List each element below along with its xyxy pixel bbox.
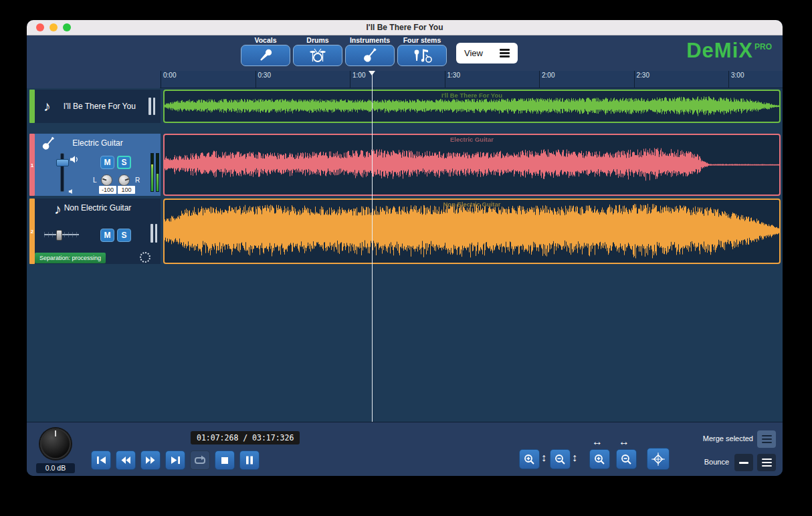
track-header-master[interactable]: ♪ I'll Be There For You xyxy=(35,90,161,123)
ruler-row: 0:000:301:001:302:002:303:00 xyxy=(27,71,783,88)
vocals-label: Vocals xyxy=(241,36,290,45)
four-stems-label: Four stems xyxy=(397,36,447,45)
pan-left-label: L xyxy=(93,176,97,184)
mute-button[interactable]: M xyxy=(100,156,114,169)
maximize-window-button[interactable] xyxy=(63,23,71,31)
view-button[interactable]: View xyxy=(456,43,518,63)
solo-button[interactable]: S xyxy=(117,229,131,242)
merge-menu-button[interactable] xyxy=(757,430,776,448)
menu-icon xyxy=(762,457,772,469)
clip-label: Electric Guitar xyxy=(165,136,779,143)
pan-right-knob[interactable] xyxy=(118,174,130,186)
track-number: 1 xyxy=(29,162,35,168)
skip-to-start-icon xyxy=(96,456,106,465)
skip-to-end-icon xyxy=(171,456,181,465)
zoom-out-icon xyxy=(621,454,632,465)
track-row-non-electric-guitar: 2 ♪ Non Electric Guitar M S Separation: … xyxy=(29,199,781,264)
guitar-icon xyxy=(361,47,379,64)
timeline-tick: 1:30 xyxy=(445,71,460,88)
vertical-zoom-arrow-icon: ↕ xyxy=(572,452,577,464)
mute-button[interactable]: M xyxy=(100,229,114,242)
zoom-in-icon xyxy=(524,454,535,465)
demix-pro-logo: DeMiX PRO xyxy=(686,39,772,62)
close-window-button[interactable] xyxy=(36,23,44,31)
transport-buttons xyxy=(91,450,260,470)
level-meter xyxy=(148,98,155,115)
zoom-in-icon xyxy=(594,454,605,465)
time-display: 01:07:268 / 03:17:326 xyxy=(191,431,300,444)
instruments-separation-button[interactable] xyxy=(345,45,395,66)
waveform-canvas xyxy=(165,200,779,263)
microphone-icon xyxy=(257,47,274,64)
minimize-window-button[interactable] xyxy=(49,23,58,31)
pause-button[interactable] xyxy=(239,450,260,470)
track-name: Non Electric Guitar xyxy=(35,203,161,213)
pan-left-value[interactable]: -100 xyxy=(99,186,116,194)
processing-spinner-icon xyxy=(140,252,150,263)
zoom-out-vertical-button[interactable] xyxy=(550,449,571,469)
minus-icon xyxy=(739,462,748,464)
bounce-menu-button[interactable] xyxy=(757,454,776,471)
music-note-icon: ♪ xyxy=(43,98,51,114)
audio-clip-master[interactable]: I'll Be There For You xyxy=(163,90,781,123)
drums-separation-button[interactable] xyxy=(293,45,342,66)
loop-button[interactable] xyxy=(190,450,210,470)
four-stems-separation-button[interactable] xyxy=(397,45,447,66)
timeline-ruler[interactable]: 0:000:301:001:302:002:303:00 xyxy=(160,71,783,88)
audio-clip-non-electric-guitar[interactable]: Non Electric Guitar xyxy=(163,199,781,264)
clip-label: Non Electric Guitar xyxy=(165,201,779,208)
track-color-stripe xyxy=(29,90,35,123)
track-header-electric-guitar[interactable]: Electric Guitar M S L R -100 100 xyxy=(35,134,161,196)
speaker-icon xyxy=(70,154,79,166)
four-stems-icon xyxy=(412,47,432,64)
timeline-tick: 2:30 xyxy=(634,71,649,88)
fast-forward-button[interactable] xyxy=(140,450,161,470)
vocals-separation-button[interactable] xyxy=(241,45,290,66)
skip-to-end-button[interactable] xyxy=(165,450,185,470)
horizontal-zoom-arrow-icon: ↔ xyxy=(592,436,603,448)
view-menu-icon xyxy=(500,47,510,59)
main-toolbar: Vocals Drums xyxy=(27,35,783,71)
separation-status-badge: Separation: processing xyxy=(35,253,106,263)
track-row-electric-guitar: 1 Electric Guitar xyxy=(29,134,781,196)
balance-slider-handle[interactable] xyxy=(56,230,62,241)
window-controls xyxy=(36,23,71,31)
audio-clip-electric-guitar[interactable]: Electric Guitar xyxy=(163,134,781,196)
window-title: I'll Be There For You xyxy=(27,23,783,32)
track-color-stripe: 1 xyxy=(29,134,35,196)
menu-icon xyxy=(762,433,772,445)
volume-slider-handle[interactable] xyxy=(56,159,69,166)
balance-slider[interactable] xyxy=(44,230,79,239)
playhead-marker[interactable] xyxy=(369,71,375,76)
pan-left-knob[interactable] xyxy=(101,174,112,186)
timeline-tick: 0:00 xyxy=(161,71,176,88)
track-color-stripe: 2 xyxy=(29,199,35,264)
skip-to-start-button[interactable] xyxy=(91,450,111,470)
stop-button[interactable] xyxy=(215,450,235,470)
timeline-tick: 0:30 xyxy=(256,71,271,88)
rewind-button[interactable] xyxy=(116,450,136,470)
zoom-in-vertical-button[interactable] xyxy=(519,449,540,469)
bounce-minus-button[interactable] xyxy=(734,454,753,471)
zoom-in-horizontal-button[interactable] xyxy=(589,449,610,469)
drum-kit-icon xyxy=(309,47,326,64)
solo-button[interactable]: S xyxy=(117,156,131,169)
pause-icon xyxy=(245,456,253,465)
track-list: ♪ I'll Be There For You I'll Be There Fo… xyxy=(27,88,783,264)
stem-group-instruments: Instruments xyxy=(345,36,395,66)
master-volume-knob[interactable] xyxy=(40,428,71,459)
zoom-out-horizontal-button[interactable] xyxy=(616,449,637,469)
track-header-non-electric-guitar[interactable]: ♪ Non Electric Guitar M S Separation: pr… xyxy=(35,199,161,264)
stem-group-four-stems: Four stems xyxy=(397,36,447,66)
timeline-tick: 1:00 xyxy=(350,71,365,88)
pan-right-value[interactable]: 100 xyxy=(118,186,135,194)
drums-label: Drums xyxy=(293,36,342,45)
volume-slider[interactable] xyxy=(57,153,67,192)
loop-icon xyxy=(194,455,206,465)
arrange-area: 0:000:301:001:302:002:303:00 ♪ I'll Be T… xyxy=(27,71,783,422)
playhead-line[interactable] xyxy=(372,71,373,422)
track-name: I'll Be There For You xyxy=(51,102,149,111)
track-row-master: ♪ I'll Be There For You I'll Be There Fo… xyxy=(29,90,781,123)
timeline-tick: 3:00 xyxy=(728,71,744,88)
zoom-to-selection-button[interactable] xyxy=(647,448,670,470)
